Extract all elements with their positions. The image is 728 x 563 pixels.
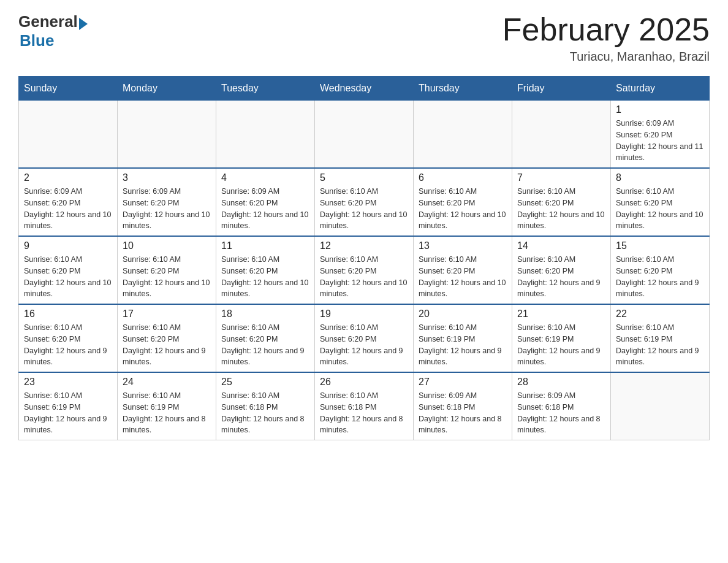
day-info: Sunrise: 6:10 AMSunset: 6:20 PMDaylight:… [320,186,408,232]
day-number: 24 [123,377,211,388]
day-number: 1 [616,104,704,115]
logo-blue-text: Blue [20,31,88,50]
calendar-cell [118,101,216,169]
day-info: Sunrise: 6:09 AMSunset: 6:20 PMDaylight:… [616,118,704,164]
day-info: Sunrise: 6:10 AMSunset: 6:20 PMDaylight:… [24,322,112,368]
weekday-header-sunday: Sunday [19,77,118,101]
location-subtitle: Turiacu, Maranhao, Brazil [502,50,710,64]
day-number: 18 [221,308,309,320]
day-number: 16 [24,308,112,320]
day-info: Sunrise: 6:10 AMSunset: 6:19 PMDaylight:… [517,322,605,368]
calendar-cell: 16Sunrise: 6:10 AMSunset: 6:20 PMDayligh… [19,304,118,372]
day-info: Sunrise: 6:09 AMSunset: 6:20 PMDaylight:… [24,186,112,232]
day-number: 12 [320,240,408,251]
calendar-cell: 6Sunrise: 6:10 AMSunset: 6:20 PMDaylight… [414,168,512,236]
day-number: 26 [320,377,408,388]
calendar-cell: 1Sunrise: 6:09 AMSunset: 6:20 PMDaylight… [611,101,710,169]
calendar-cell: 13Sunrise: 6:10 AMSunset: 6:20 PMDayligh… [414,236,512,304]
weekday-header-saturday: Saturday [611,77,710,101]
calendar-cell: 5Sunrise: 6:10 AMSunset: 6:20 PMDaylight… [315,168,414,236]
calendar-week-row: 16Sunrise: 6:10 AMSunset: 6:20 PMDayligh… [19,304,710,372]
calendar-cell: 28Sunrise: 6:09 AMSunset: 6:18 PMDayligh… [512,372,611,440]
day-info: Sunrise: 6:10 AMSunset: 6:19 PMDaylight:… [123,390,211,436]
calendar-cell: 25Sunrise: 6:10 AMSunset: 6:18 PMDayligh… [216,372,315,440]
logo-general-text: General [18,12,78,31]
day-number: 11 [221,240,309,251]
logo-arrow-icon [79,18,88,30]
day-number: 27 [419,377,507,388]
day-number: 25 [221,377,309,388]
day-number: 14 [517,240,605,251]
calendar-cell: 14Sunrise: 6:10 AMSunset: 6:20 PMDayligh… [512,236,611,304]
day-info: Sunrise: 6:09 AMSunset: 6:20 PMDaylight:… [123,186,211,232]
month-year-title: February 2025 [502,12,710,47]
day-info: Sunrise: 6:09 AMSunset: 6:18 PMDaylight:… [419,390,507,436]
calendar-cell: 18Sunrise: 6:10 AMSunset: 6:20 PMDayligh… [216,304,315,372]
calendar-cell: 15Sunrise: 6:10 AMSunset: 6:20 PMDayligh… [611,236,710,304]
day-info: Sunrise: 6:10 AMSunset: 6:20 PMDaylight:… [320,322,408,368]
calendar-cell [512,101,611,169]
day-number: 9 [24,240,112,251]
calendar-cell [414,101,512,169]
day-number: 5 [320,172,408,183]
calendar-week-row: 1Sunrise: 6:09 AMSunset: 6:20 PMDaylight… [19,101,710,169]
day-info: Sunrise: 6:10 AMSunset: 6:20 PMDaylight:… [517,186,605,232]
calendar-cell: 9Sunrise: 6:10 AMSunset: 6:20 PMDaylight… [19,236,118,304]
day-number: 13 [419,240,507,251]
calendar-cell: 24Sunrise: 6:10 AMSunset: 6:19 PMDayligh… [118,372,216,440]
calendar-cell: 21Sunrise: 6:10 AMSunset: 6:19 PMDayligh… [512,304,611,372]
weekday-header-wednesday: Wednesday [315,77,414,101]
logo: General Blue [18,12,88,50]
calendar-cell: 23Sunrise: 6:10 AMSunset: 6:19 PMDayligh… [19,372,118,440]
day-info: Sunrise: 6:09 AMSunset: 6:20 PMDaylight:… [221,186,309,232]
calendar-cell [216,101,315,169]
day-number: 28 [517,377,605,388]
day-info: Sunrise: 6:10 AMSunset: 6:18 PMDaylight:… [221,390,309,436]
calendar-cell: 10Sunrise: 6:10 AMSunset: 6:20 PMDayligh… [118,236,216,304]
day-number: 17 [123,308,211,320]
day-info: Sunrise: 6:10 AMSunset: 6:20 PMDaylight:… [123,322,211,368]
calendar-cell: 8Sunrise: 6:10 AMSunset: 6:20 PMDaylight… [611,168,710,236]
day-info: Sunrise: 6:10 AMSunset: 6:18 PMDaylight:… [320,390,408,436]
calendar-cell: 7Sunrise: 6:10 AMSunset: 6:20 PMDaylight… [512,168,611,236]
day-number: 19 [320,308,408,320]
calendar-cell [19,101,118,169]
day-number: 20 [419,308,507,320]
day-info: Sunrise: 6:10 AMSunset: 6:20 PMDaylight:… [320,254,408,300]
day-number: 22 [616,308,704,320]
calendar-cell: 22Sunrise: 6:10 AMSunset: 6:19 PMDayligh… [611,304,710,372]
day-info: Sunrise: 6:09 AMSunset: 6:18 PMDaylight:… [517,390,605,436]
calendar-cell [315,101,414,169]
calendar-cell: 27Sunrise: 6:09 AMSunset: 6:18 PMDayligh… [414,372,512,440]
calendar-cell [611,372,710,440]
calendar-week-row: 9Sunrise: 6:10 AMSunset: 6:20 PMDaylight… [19,236,710,304]
day-info: Sunrise: 6:10 AMSunset: 6:19 PMDaylight:… [419,322,507,368]
day-number: 10 [123,240,211,251]
day-info: Sunrise: 6:10 AMSunset: 6:20 PMDaylight:… [221,322,309,368]
day-info: Sunrise: 6:10 AMSunset: 6:19 PMDaylight:… [24,390,112,436]
weekday-header-monday: Monday [118,77,216,101]
page-header: General Blue February 2025 Turiacu, Mara… [18,12,710,64]
day-info: Sunrise: 6:10 AMSunset: 6:20 PMDaylight:… [616,186,704,232]
day-number: 4 [221,172,309,183]
calendar-cell: 17Sunrise: 6:10 AMSunset: 6:20 PMDayligh… [118,304,216,372]
day-number: 15 [616,240,704,251]
weekday-header-tuesday: Tuesday [216,77,315,101]
day-info: Sunrise: 6:10 AMSunset: 6:20 PMDaylight:… [123,254,211,300]
day-info: Sunrise: 6:10 AMSunset: 6:20 PMDaylight:… [419,254,507,300]
day-info: Sunrise: 6:10 AMSunset: 6:20 PMDaylight:… [616,254,704,300]
calendar-cell: 2Sunrise: 6:09 AMSunset: 6:20 PMDaylight… [19,168,118,236]
weekday-header-thursday: Thursday [414,77,512,101]
day-number: 21 [517,308,605,320]
weekday-header-row: SundayMondayTuesdayWednesdayThursdayFrid… [19,77,710,101]
day-info: Sunrise: 6:10 AMSunset: 6:20 PMDaylight:… [517,254,605,300]
day-number: 2 [24,172,112,183]
day-number: 23 [24,377,112,388]
day-info: Sunrise: 6:10 AMSunset: 6:20 PMDaylight:… [221,254,309,300]
day-info: Sunrise: 6:10 AMSunset: 6:20 PMDaylight:… [24,254,112,300]
day-number: 8 [616,172,704,183]
calendar-cell: 12Sunrise: 6:10 AMSunset: 6:20 PMDayligh… [315,236,414,304]
calendar-cell: 20Sunrise: 6:10 AMSunset: 6:19 PMDayligh… [414,304,512,372]
day-number: 6 [419,172,507,183]
weekday-header-friday: Friday [512,77,611,101]
